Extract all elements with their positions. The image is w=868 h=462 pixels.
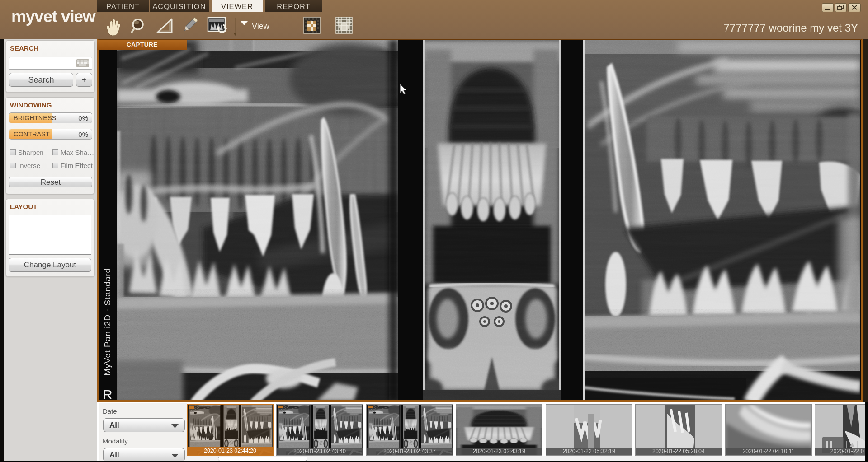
svg-text:MyVet Pan i2D - Standard: MyVet Pan i2D - Standard bbox=[103, 268, 112, 376]
svg-text:R: R bbox=[103, 387, 113, 402]
